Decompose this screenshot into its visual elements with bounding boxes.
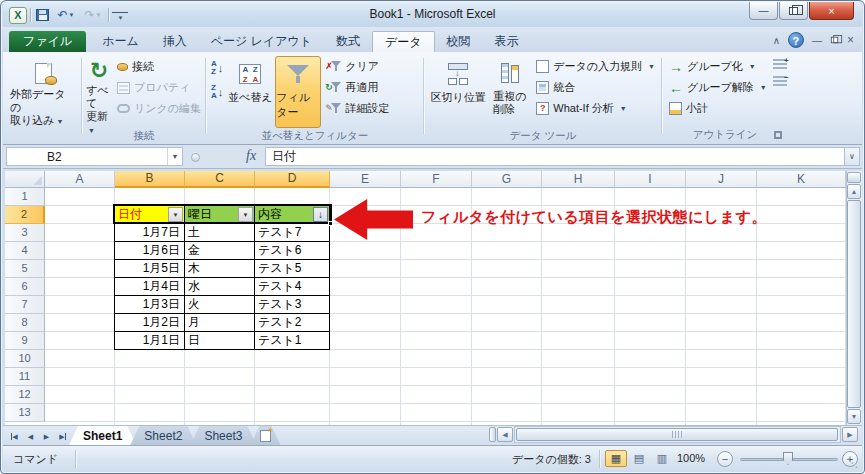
tab-review[interactable]: 校閲 xyxy=(435,31,483,52)
sort-ascending-button[interactable]: AZ ↓ xyxy=(209,56,225,80)
ungroup-button[interactable]: ← グループ解除▼ xyxy=(667,77,769,98)
col-header-i[interactable]: I xyxy=(615,171,686,188)
advanced-filter-button[interactable]: ✎ 詳細設定 xyxy=(323,98,391,119)
clear-filter-button[interactable]: ✗ クリア xyxy=(323,56,391,77)
row-header-13[interactable]: 13 xyxy=(5,404,45,422)
table-cell[interactable]: テスト6 xyxy=(255,242,329,259)
row-header-3[interactable]: 3 xyxy=(5,224,45,242)
refresh-all-button[interactable]: ↻ すべて 更新▼ xyxy=(85,56,113,128)
table-cell[interactable]: 水 xyxy=(185,278,254,295)
filter-button[interactable]: フィルター xyxy=(275,56,321,128)
row-header-6[interactable]: 6 xyxy=(5,278,45,296)
last-sheet-button[interactable]: ▶ xyxy=(55,429,70,444)
row-header-4[interactable]: 4 xyxy=(5,242,45,260)
table-cell[interactable]: 1月1日 xyxy=(115,332,184,349)
vertical-split-handle[interactable] xyxy=(847,172,861,183)
sort-button[interactable]: AZ ZA 並べ替え xyxy=(225,56,275,128)
table-cell[interactable]: テスト2 xyxy=(255,314,329,331)
restore-button[interactable] xyxy=(779,2,808,20)
edit-links-button[interactable]: リンクの編集 xyxy=(115,98,203,119)
table-cell[interactable]: 火 xyxy=(185,296,254,313)
data-validation-button[interactable]: データの入力規則▼ xyxy=(534,56,657,77)
row-header-7[interactable]: 7 xyxy=(5,296,45,314)
view-page-layout-button[interactable]: ▤ xyxy=(628,450,650,467)
sheet-tab-sheet1[interactable]: Sheet1 xyxy=(69,426,136,445)
table-cell[interactable]: 金 xyxy=(185,242,254,259)
hide-detail-icon[interactable]: − xyxy=(773,76,787,87)
table-cell[interactable]: 1月2日 xyxy=(115,314,184,331)
scroll-down-button[interactable]: ▼ xyxy=(847,409,861,424)
table-cell[interactable]: 木 xyxy=(185,260,254,277)
table-cell[interactable]: 1月6日 xyxy=(115,242,184,259)
text-to-columns-button[interactable]: ↓ 区切り位置 xyxy=(429,56,487,128)
doc-restore-button[interactable] xyxy=(831,37,838,43)
row-header-2[interactable]: 2 xyxy=(5,206,45,224)
remove-duplicates-button[interactable]: 重複の 削除 xyxy=(487,56,532,128)
sheet-tab-sheet2[interactable]: Sheet2 xyxy=(130,426,196,445)
col-header-e[interactable]: E xyxy=(330,171,401,188)
insert-sheet-button[interactable]: ✶ xyxy=(250,426,280,445)
table-cell[interactable]: 1月7日 xyxy=(115,224,184,241)
table-cell[interactable]: テスト4 xyxy=(255,278,329,295)
properties-button[interactable]: プロパティ xyxy=(115,77,203,98)
horizontal-scroll-thumb[interactable] xyxy=(516,428,838,441)
doc-close-button[interactable]: × xyxy=(847,33,854,47)
sort-descending-button[interactable]: ZA ↓ xyxy=(209,80,225,104)
vertical-scroll-thumb[interactable] xyxy=(847,200,861,408)
row-header-1[interactable]: 1 xyxy=(5,188,45,206)
select-all-corner[interactable] xyxy=(5,171,45,188)
formula-expand-button[interactable]: ∨ xyxy=(844,147,860,166)
name-box-dropdown-icon[interactable]: ▼ xyxy=(167,148,182,165)
consolidate-button[interactable]: 統合 xyxy=(534,77,657,98)
row-header-5[interactable]: 5 xyxy=(5,260,45,278)
zoom-out-button[interactable]: − xyxy=(717,451,733,467)
col-header-g[interactable]: G xyxy=(472,171,542,188)
view-page-break-button[interactable]: ▥ xyxy=(651,450,673,467)
reapply-filter-button[interactable]: ↻ 再適用 xyxy=(323,77,391,98)
table-cell[interactable]: テスト5 xyxy=(255,260,329,277)
row-header-9[interactable]: 9 xyxy=(5,332,45,350)
first-sheet-button[interactable]: ◀ xyxy=(7,429,22,444)
table-cell[interactable]: テスト3 xyxy=(255,296,329,313)
resize-grip-icon[interactable]: ⋱ xyxy=(846,456,858,470)
close-button[interactable]: × xyxy=(809,2,854,20)
table-cell[interactable]: テスト7 xyxy=(255,224,329,241)
col-header-k[interactable]: K xyxy=(757,171,846,188)
tab-home[interactable]: ホーム xyxy=(90,31,151,52)
col-header-b[interactable]: B xyxy=(115,171,185,188)
formula-bar-knob[interactable] xyxy=(191,153,200,162)
scroll-left-button[interactable]: ◀ xyxy=(497,427,513,442)
get-external-data-button[interactable]: 外部データの 取り込み▼ xyxy=(9,56,77,128)
row-header-10[interactable]: 10 xyxy=(5,350,45,368)
scroll-right-button[interactable]: ▶ xyxy=(842,427,858,442)
tab-formulas[interactable]: 数式 xyxy=(324,31,372,52)
zoom-slider-thumb[interactable] xyxy=(783,452,793,465)
fill-handle[interactable] xyxy=(328,221,333,226)
table-cell[interactable]: 土 xyxy=(185,224,254,241)
tab-view[interactable]: 表示 xyxy=(483,31,531,52)
zoom-level[interactable]: 100% xyxy=(677,452,705,464)
horizontal-split-handle[interactable] xyxy=(489,427,496,442)
show-detail-icon[interactable]: + xyxy=(773,59,787,70)
what-if-analysis-button[interactable]: ? What-If 分析▼ xyxy=(534,98,657,119)
next-sheet-button[interactable]: ▶ xyxy=(39,429,54,444)
table-cell[interactable]: 月 xyxy=(185,314,254,331)
formula-input[interactable]: 日付 xyxy=(265,147,849,166)
row-header-8[interactable]: 8 xyxy=(5,314,45,332)
table-cell[interactable]: 1月4日 xyxy=(115,278,184,295)
prev-sheet-button[interactable]: ◀ xyxy=(23,429,38,444)
col-header-j[interactable]: J xyxy=(686,171,757,188)
tab-page-layout[interactable]: ページ レイアウト xyxy=(199,31,324,52)
tab-data[interactable]: データ xyxy=(372,31,435,52)
doc-minimize-button[interactable]: — xyxy=(812,35,822,46)
tab-insert[interactable]: 挿入 xyxy=(151,31,199,52)
dialog-launcher-icon[interactable] xyxy=(774,131,782,139)
col-header-f[interactable]: F xyxy=(401,171,472,188)
table-cell[interactable]: 1月5日 xyxy=(115,260,184,277)
table-cell[interactable]: 日 xyxy=(185,332,254,349)
row-header-11[interactable]: 11 xyxy=(5,368,45,386)
tab-file[interactable]: ファイル xyxy=(9,31,86,52)
col-header-h[interactable]: H xyxy=(542,171,615,188)
sheet-tab-sheet3[interactable]: Sheet3 xyxy=(190,426,256,445)
group-button[interactable]: → グループ化▼ xyxy=(667,56,769,77)
